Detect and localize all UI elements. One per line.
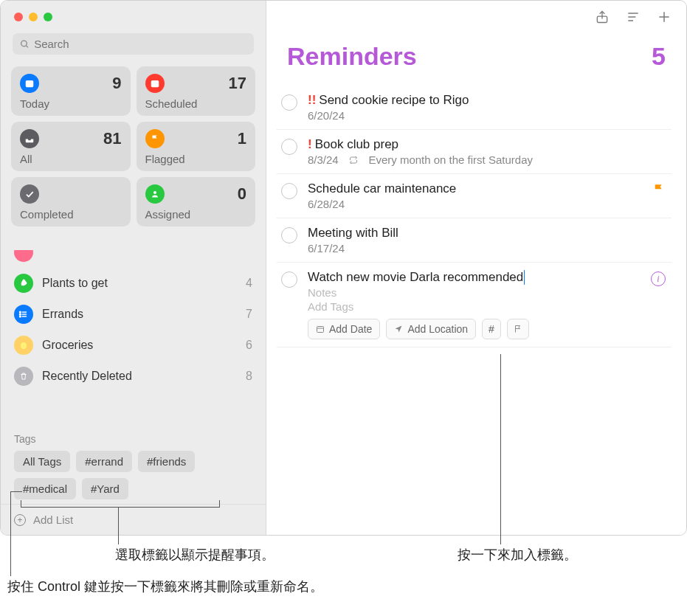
flag-icon (514, 325, 522, 333)
list-count: 7 (246, 308, 252, 321)
reminder-title-text: Meeting with Bill (308, 226, 398, 240)
reminder-meta: 8/3/24 Every month on the first Saturday (308, 153, 672, 166)
add-tag-button[interactable]: # (482, 319, 501, 339)
add-icon[interactable] (657, 10, 672, 24)
calendar-icon (145, 74, 165, 93)
flag-icon (652, 183, 666, 196)
location-icon (394, 325, 403, 333)
reminder-item[interactable]: ! Book club prep 8/3/24 Every month on t… (277, 130, 672, 174)
reminder-title[interactable]: Schedule car maintenance (308, 181, 672, 196)
list-icon (14, 243, 33, 262)
reminder-body: Watch new movie Darla recommended Notes … (308, 270, 672, 339)
person-icon (145, 184, 165, 204)
reminder-body: Meeting with Bill 6/17/24 (308, 226, 672, 255)
reminder-title-text: Send cookie recipe to Rigo (319, 93, 469, 108)
calendar-icon (20, 74, 39, 93)
tray-icon (20, 129, 39, 148)
list-header: Reminders 5 (266, 33, 686, 86)
reminder-title[interactable]: Meeting with Bill (308, 226, 672, 240)
list-item[interactable]: Errands 7 (11, 299, 255, 330)
tag-chip[interactable]: #Yard (82, 478, 128, 499)
main-panel: Reminders 5 !! Send cookie recipe to Rig… (266, 1, 686, 535)
maximize-icon[interactable] (44, 13, 52, 21)
view-icon[interactable] (626, 10, 641, 24)
reminder-addtags-placeholder[interactable]: Add Tags (308, 300, 672, 313)
sidebar: 9 Today 17 Scheduled 81 All 1 Flagged Co… (1, 1, 266, 535)
close-icon[interactable] (14, 13, 23, 21)
reminder-title-text: Book club prep (315, 137, 398, 152)
list-item[interactable] (11, 237, 255, 268)
smart-label: All (20, 153, 122, 165)
search-field[interactable] (13, 33, 254, 55)
reminder-checkbox[interactable] (281, 94, 297, 111)
smart-list-scheduled[interactable]: 17 Scheduled (137, 66, 256, 116)
hash-icon: # (489, 323, 494, 335)
priority-indicator: ! (308, 137, 312, 152)
search-input[interactable] (34, 38, 246, 50)
tag-chip[interactable]: All Tags (14, 451, 70, 472)
smart-label: Flagged (145, 153, 247, 165)
reminder-item[interactable]: Meeting with Bill 6/17/24 (277, 218, 672, 263)
list-item[interactable]: Plants to get 4 (11, 268, 255, 299)
reminder-item[interactable]: !! Send cookie recipe to Rigo 6/20/24 (277, 86, 672, 130)
reminder-title[interactable]: Watch new movie Darla recommended (308, 270, 672, 285)
reminder-title[interactable]: ! Book club prep (308, 137, 672, 152)
smart-list-flagged[interactable]: 1 Flagged (137, 122, 256, 171)
list-count: 5 (652, 42, 666, 71)
reminder-item[interactable]: Watch new movie Darla recommended Notes … (277, 263, 672, 347)
add-flag-button[interactable] (507, 319, 529, 339)
minimize-icon[interactable] (29, 13, 38, 21)
leaf-icon (14, 274, 33, 293)
list-count: 8 (246, 370, 252, 383)
search-icon (20, 39, 30, 49)
svg-point-11 (21, 342, 27, 349)
smart-list-today[interactable]: 9 Today (11, 66, 131, 116)
reminder-meta: 6/28/24 (308, 198, 672, 210)
smart-count: 81 (103, 129, 121, 148)
lemon-icon (14, 336, 33, 355)
tags-section: Tags All Tags#errand#friends#medical#Yar… (1, 426, 266, 504)
reminder-checkbox[interactable] (281, 227, 297, 243)
list-item[interactable]: Recently Deleted 8 (11, 361, 255, 392)
smart-list-all[interactable]: 81 All (11, 122, 131, 171)
app-window: 9 Today 17 Scheduled 81 All 1 Flagged Co… (0, 0, 687, 536)
smart-label: Today (20, 97, 122, 110)
tag-chip[interactable]: #errand (76, 451, 132, 472)
tag-chip[interactable]: #medical (14, 478, 76, 499)
reminder-body: !! Send cookie recipe to Rigo 6/20/24 (308, 93, 672, 122)
reminder-checkbox[interactable] (281, 183, 297, 199)
smart-list-assigned[interactable]: 0 Assigned (137, 177, 256, 226)
smart-label: Assigned (145, 208, 247, 221)
reminder-item[interactable]: Schedule car maintenance 6/28/24 (277, 174, 672, 218)
smart-label: Completed (20, 208, 122, 221)
add-list-button[interactable]: + Add List (1, 504, 266, 535)
add-date-button[interactable]: Add Date (308, 319, 380, 339)
svg-point-0 (21, 41, 27, 46)
svg-point-4 (153, 191, 156, 194)
reminders-list: !! Send cookie recipe to Rigo 6/20/24 ! … (266, 86, 686, 347)
tags-wrap: All Tags#errand#friends#medical#Yard (14, 451, 252, 499)
reminder-body: Schedule car maintenance 6/28/24 (308, 181, 672, 210)
tag-chip[interactable]: #friends (138, 451, 195, 472)
reminder-checkbox[interactable] (281, 139, 297, 155)
window-controls (14, 13, 52, 21)
svg-point-9 (19, 314, 21, 315)
flag-icon (145, 129, 165, 148)
info-icon[interactable]: i (651, 271, 666, 286)
my-lists: Plants to get 4 Errands 7 Groceries 6 Re… (1, 234, 266, 426)
check-icon (20, 184, 39, 204)
plus-circle-icon: + (14, 514, 26, 526)
reminder-title[interactable]: !! Send cookie recipe to Rigo (308, 93, 672, 108)
list-icon (14, 305, 33, 324)
reminder-checkbox[interactable] (281, 271, 297, 288)
list-count: 4 (246, 277, 252, 290)
svg-point-10 (19, 316, 21, 317)
add-location-button[interactable]: Add Location (386, 319, 476, 339)
smart-count: 0 (238, 184, 246, 204)
list-name: Plants to get (42, 277, 237, 290)
reminder-meta: 6/17/24 (308, 242, 672, 255)
reminder-notes-placeholder[interactable]: Notes (308, 286, 672, 299)
smart-list-completed[interactable]: Completed (11, 177, 131, 226)
list-item[interactable]: Groceries 6 (11, 330, 255, 361)
share-icon[interactable] (595, 10, 610, 24)
